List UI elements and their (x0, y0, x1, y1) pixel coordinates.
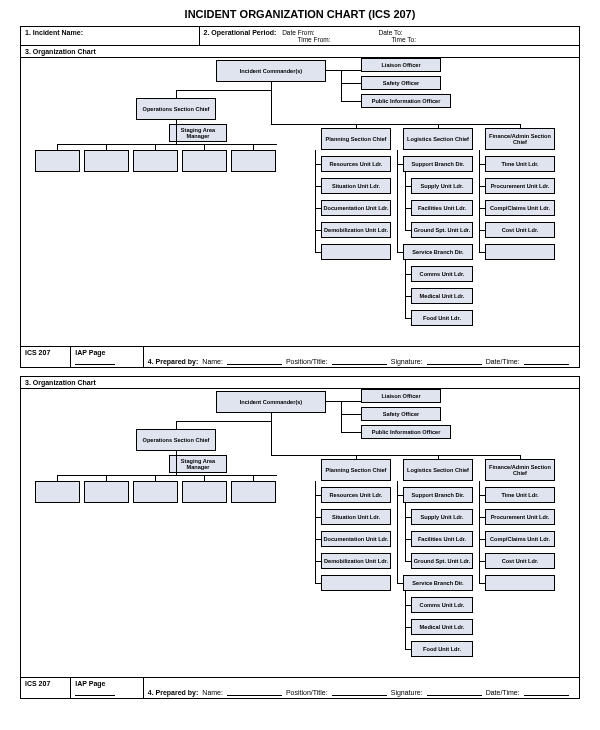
node-ops-chief: Operations Section Chief (136, 98, 216, 120)
node-cost: Cost Unit Ldr. (485, 222, 555, 238)
node-planning-chief: Planning Section Chief (321, 459, 391, 481)
node-procurement: Procurement Unit Ldr. (485, 178, 555, 194)
date-from-label: Date From: (282, 29, 315, 36)
node-ops-empty (84, 150, 129, 172)
name-field[interactable] (227, 356, 282, 365)
node-incident-commander: Incident Commander(s) (216, 391, 326, 413)
node-situation: Situation Unit Ldr. (321, 509, 391, 525)
node-logistics-chief: Logistics Section Chief (403, 459, 473, 481)
datetime-label: Date/Time: (486, 358, 520, 365)
prepared-by-label: 4. Prepared by: (148, 358, 199, 365)
node-ops-empty (182, 481, 227, 503)
node-situation: Situation Unit Ldr. (321, 178, 391, 194)
node-demob: Demobilization Unit Ldr. (321, 553, 391, 569)
datetime-field[interactable] (524, 356, 569, 365)
node-ops-empty (35, 481, 80, 503)
node-resources: Resources Unit Ldr. (321, 487, 391, 503)
signature-label: Signature: (391, 689, 423, 696)
prepared-by-label: 4. Prepared by: (148, 689, 199, 696)
footer-iap-page: IAP Page (75, 680, 105, 687)
node-comp: Comp/Claims Unit Ldr. (485, 531, 555, 547)
node-food: Food Unit Ldr. (411, 641, 473, 657)
node-medical: Medical Unit Ldr. (411, 288, 473, 304)
org-chart-2: Incident Commander(s) Liaison Officer Sa… (21, 389, 579, 677)
node-documentation: Documentation Unit Ldr. (321, 531, 391, 547)
node-support-branch: Support Branch Dir. (403, 487, 473, 503)
iap-page-field[interactable] (75, 356, 115, 365)
node-ops-empty (231, 481, 276, 503)
position-field[interactable] (332, 687, 387, 696)
node-resources: Resources Unit Ldr. (321, 156, 391, 172)
time-to-label: Time To: (391, 36, 416, 43)
node-planning-empty (321, 244, 391, 260)
node-pio: Public Information Officer (361, 425, 451, 439)
name-field[interactable] (227, 687, 282, 696)
time-from-label: Time From: (298, 36, 331, 43)
datetime-field[interactable] (524, 687, 569, 696)
node-finance-empty (485, 244, 555, 260)
node-support-branch: Support Branch Dir. (403, 156, 473, 172)
node-medical: Medical Unit Ldr. (411, 619, 473, 635)
node-ops-empty (84, 481, 129, 503)
node-comms: Comms Unit Ldr. (411, 266, 473, 282)
ics207-form-2: 3. Organization Chart Incident Commander… (20, 376, 580, 699)
node-ground: Ground Spt. Unit Ldr. (411, 553, 473, 569)
node-facilities: Facilities Unit Ldr. (411, 531, 473, 547)
node-ops-empty (133, 150, 178, 172)
incident-name-label: 1. Incident Name: (25, 29, 83, 36)
node-time: Time Unit Ldr. (485, 156, 555, 172)
node-ops-empty (35, 150, 80, 172)
name-label: Name: (202, 358, 223, 365)
signature-label: Signature: (391, 358, 423, 365)
position-field[interactable] (332, 356, 387, 365)
date-to-label: Date To: (379, 29, 403, 36)
node-ops-empty (231, 150, 276, 172)
name-label: Name: (202, 689, 223, 696)
node-planning-chief: Planning Section Chief (321, 128, 391, 150)
signature-field[interactable] (427, 356, 482, 365)
node-cost: Cost Unit Ldr. (485, 553, 555, 569)
node-supply: Supply Unit Ldr. (411, 509, 473, 525)
node-ops-empty (133, 481, 178, 503)
section3-label: 3. Organization Chart (25, 379, 96, 386)
node-logistics-chief: Logistics Section Chief (403, 128, 473, 150)
node-ops-chief: Operations Section Chief (136, 429, 216, 451)
node-procurement: Procurement Unit Ldr. (485, 509, 555, 525)
node-time: Time Unit Ldr. (485, 487, 555, 503)
position-label: Position/Title: (286, 358, 328, 365)
node-documentation: Documentation Unit Ldr. (321, 200, 391, 216)
node-supply: Supply Unit Ldr. (411, 178, 473, 194)
node-planning-empty (321, 575, 391, 591)
node-service-branch: Service Branch Dir. (403, 575, 473, 591)
node-liaison: Liaison Officer (361, 58, 441, 72)
node-finance-chief: Finance/Admin Section Chief (485, 459, 555, 481)
node-service-branch: Service Branch Dir. (403, 244, 473, 260)
org-chart-1: Incident Commander(s) Liaison Officer Sa… (21, 58, 579, 346)
node-demob: Demobilization Unit Ldr. (321, 222, 391, 238)
node-pio: Public Information Officer (361, 94, 451, 108)
node-staging: Staging Area Manager (169, 455, 227, 473)
datetime-label: Date/Time: (486, 689, 520, 696)
section3-label: 3. Organization Chart (25, 48, 96, 55)
node-incident-commander: Incident Commander(s) (216, 60, 326, 82)
node-finance-chief: Finance/Admin Section Chief (485, 128, 555, 150)
node-comms: Comms Unit Ldr. (411, 597, 473, 613)
node-safety: Safety Officer (361, 76, 441, 90)
op-period-label: 2. Operational Period: (204, 29, 277, 36)
footer-iap-page: IAP Page (75, 349, 105, 356)
node-food: Food Unit Ldr. (411, 310, 473, 326)
node-comp: Comp/Claims Unit Ldr. (485, 200, 555, 216)
signature-field[interactable] (427, 687, 482, 696)
node-safety: Safety Officer (361, 407, 441, 421)
node-staging: Staging Area Manager (169, 124, 227, 142)
iap-page-field[interactable] (75, 687, 115, 696)
ics207-form-1: 1. Incident Name: 2. Operational Period:… (20, 26, 580, 368)
node-ground: Ground Spt. Unit Ldr. (411, 222, 473, 238)
position-label: Position/Title: (286, 689, 328, 696)
node-ops-empty (182, 150, 227, 172)
footer-form-id: ICS 207 (21, 678, 71, 698)
node-facilities: Facilities Unit Ldr. (411, 200, 473, 216)
footer-form-id: ICS 207 (21, 347, 71, 367)
page-title: INCIDENT ORGANIZATION CHART (ICS 207) (20, 8, 580, 20)
node-finance-empty (485, 575, 555, 591)
